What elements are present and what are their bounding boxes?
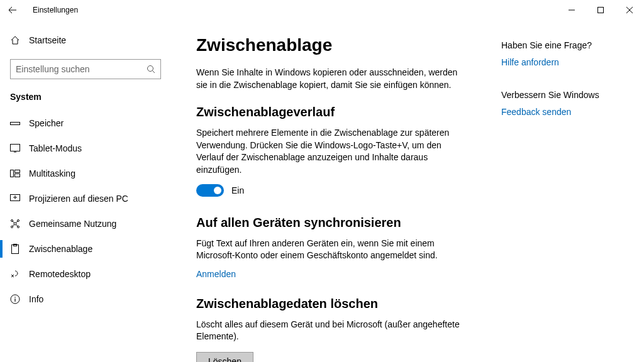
svg-point-1 [148,66,153,72]
sidebar-item-clipboard[interactable]: Zwischenablage [0,236,171,261]
minimize-button[interactable] [557,0,586,20]
aside: Haben Sie eine Frage? Hilfe anfordern Ve… [501,35,619,362]
close-button[interactable] [615,0,644,20]
history-toggle-label: Ein [231,185,244,195]
page-title: Zwischenablage [196,35,464,55]
sync-desc: Fügt Text auf Ihren anderen Geräten ein,… [196,238,464,262]
sidebar-item-label: Multitasking [29,168,75,178]
remote-icon [10,270,20,278]
sidebar: Startseite System Speicher Tablet-Modus … [0,20,171,362]
minimize-icon [569,7,575,13]
feedback-link[interactable]: Feedback senden [501,107,571,117]
svg-rect-5 [15,170,20,173]
sidebar-item-project[interactable]: Projizieren auf diesen PC [0,186,171,211]
sidebar-home[interactable]: Startseite [0,28,171,53]
home-icon [10,35,20,45]
close-icon [626,7,633,13]
svg-rect-0 [598,8,604,13]
tablet-icon [10,144,20,153]
sidebar-item-label: Speicher [29,118,64,128]
sidebar-item-label: Projizieren auf diesen PC [29,194,128,204]
search-icon [147,65,155,74]
svg-rect-4 [11,170,14,177]
sidebar-item-multitasking[interactable]: Multitasking [0,161,171,186]
clear-heading: Zwischenablagedaten löschen [196,297,464,311]
sync-heading: Auf allen Geräten synchronisieren [196,216,464,230]
sidebar-item-label: Remotedesktop [29,269,91,279]
sidebar-item-label: Tablet-Modus [29,143,82,153]
sidebar-item-info[interactable]: Info [0,287,171,312]
signin-link[interactable]: Anmelden [196,269,236,279]
sidebar-home-label: Startseite [29,35,66,45]
nav-list: Speicher Tablet-Modus Multitasking Proji… [0,111,171,312]
app-title: Einstellungen [33,6,78,14]
info-icon [10,294,20,304]
help-heading: Haben Sie eine Frage? [501,40,619,50]
svg-point-16 [14,297,16,298]
share-icon [10,219,20,229]
clear-button[interactable]: Löschen [196,352,253,362]
help-link[interactable]: Hilfe anfordern [501,57,559,67]
search-box[interactable] [10,59,161,79]
sidebar-item-share[interactable]: Gemeinsame Nutzung [0,211,171,236]
sidebar-item-label: Info [29,294,43,304]
sidebar-category: System [0,88,171,111]
back-button[interactable] [0,0,25,20]
feedback-heading: Verbessern Sie Windows [501,90,619,100]
svg-rect-3 [11,145,20,151]
sidebar-item-tablet[interactable]: Tablet-Modus [0,136,171,161]
sidebar-item-storage[interactable]: Speicher [0,111,171,136]
history-heading: Zwischenablageverlauf [196,105,464,119]
intro-text: Wenn Sie Inhalte in Windows kopieren ode… [196,67,464,91]
clipboard-icon [10,244,20,254]
project-icon [10,194,20,203]
titlebar: Einstellungen [0,0,644,20]
maximize-button[interactable] [586,0,615,20]
sidebar-item-label: Gemeinsame Nutzung [29,219,116,229]
storage-icon [10,120,20,126]
svg-rect-6 [15,174,20,177]
svg-rect-2 [11,123,20,125]
search-input[interactable] [16,64,147,74]
history-desc: Speichert mehrere Elemente in die Zwisch… [196,127,464,176]
arrow-left-icon [8,6,17,14]
maximize-icon [597,7,604,13]
multitask-icon [10,170,20,177]
clear-desc: Löscht alles auf diesem Gerät und bei Mi… [196,319,464,343]
sidebar-item-label: Zwischenablage [29,244,92,254]
main-content: Zwischenablage Wenn Sie Inhalte in Windo… [171,20,644,362]
sidebar-item-remote[interactable]: Remotedesktop [0,261,171,287]
history-toggle[interactable] [196,184,224,197]
